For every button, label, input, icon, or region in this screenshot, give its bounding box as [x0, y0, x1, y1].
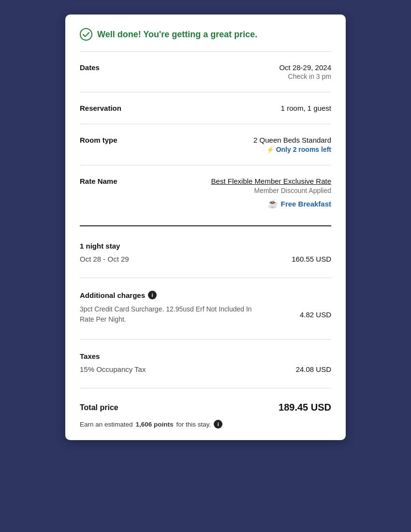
room-type-value: 2 Queen Beds Standard [253, 136, 331, 144]
free-breakfast-row: ☕ Free Breakfast [211, 198, 331, 209]
reservation-label: Reservation [80, 104, 133, 112]
divider-bold [80, 225, 331, 226]
reservation-value: 1 room, 1 guest [281, 104, 331, 112]
member-discount-text: Member Discount Applied [211, 187, 331, 194]
taxes-price-row: 15% Occupancy Tax 24.08 USD [80, 363, 331, 375]
divider-1 [80, 51, 331, 52]
total-amount: 189.45 USD [279, 402, 331, 413]
urgency-text: Only 2 rooms left [276, 146, 331, 153]
success-icon [80, 28, 92, 41]
points-suffix: for this stay. [176, 421, 211, 428]
stay-dates: Oct 28 - Oct 29 [80, 255, 129, 263]
stay-section: 1 night stay Oct 28 - Oct 29 160.55 USD [80, 236, 331, 271]
rate-name-row: Rate Name Best Flexible Member Exclusive… [80, 172, 331, 216]
lightning-icon: ⚡ [266, 146, 274, 153]
room-type-row: Room type 2 Queen Beds Standard ⚡ Only 2… [80, 131, 331, 158]
reservation-row: Reservation 1 room, 1 guest [80, 99, 331, 117]
additional-label: Additional charges [80, 291, 145, 299]
booking-summary-card: Well done! You're getting a great price.… [65, 15, 346, 440]
taxes-section: Taxes 15% Occupancy Tax 24.08 USD [80, 346, 331, 381]
success-banner: Well done! You're getting a great price. [80, 28, 331, 41]
taxes-label: Taxes [80, 352, 331, 360]
dates-row: Dates Oct 28-29, 2024 Check in 3 pm [80, 59, 331, 85]
divider-3 [80, 124, 331, 124]
additional-header: Additional charges i [80, 291, 331, 299]
divider-5 [80, 278, 331, 278]
rate-name-value[interactable]: Best Flexible Member Exclusive Rate [211, 177, 331, 185]
additional-desc: 3pct Credit Card Surcharge. 12.95usd Erf… [80, 304, 264, 325]
room-type-value-block: 2 Queen Beds Standard ⚡ Only 2 rooms lef… [253, 136, 331, 153]
total-price-row: Total price 189.45 USD [80, 395, 331, 416]
divider-6 [80, 339, 331, 340]
additional-price-row: 3pct Credit Card Surcharge. 12.95usd Erf… [80, 302, 331, 326]
divider-4 [80, 165, 331, 165]
points-info-icon[interactable]: i [214, 420, 222, 429]
rate-name-value-block: Best Flexible Member Exclusive Rate Memb… [211, 177, 331, 209]
additional-info-icon[interactable]: i [148, 291, 157, 299]
dates-value-block: Oct 28-29, 2024 Check in 3 pm [279, 63, 331, 80]
stay-amount: 160.55 USD [292, 255, 331, 263]
points-value: 1,606 points [136, 421, 174, 428]
total-label: Total price [80, 403, 118, 412]
points-prefix: Earn an estimated [80, 421, 133, 428]
success-message: Well done! You're getting a great price. [97, 30, 257, 40]
coffee-icon: ☕ [267, 198, 278, 209]
rate-name-label: Rate Name [80, 177, 133, 185]
stay-heading: 1 night stay [80, 242, 331, 250]
divider-2 [80, 92, 331, 92]
divider-7 [80, 388, 331, 388]
dates-label: Dates [80, 63, 133, 72]
free-breakfast-text: Free Breakfast [281, 200, 331, 208]
points-row: Earn an estimated 1,606 points for this … [80, 416, 331, 429]
additional-charges-section: Additional charges i 3pct Credit Card Su… [80, 285, 331, 332]
additional-amount: 4.82 USD [300, 310, 331, 319]
dates-value: Oct 28-29, 2024 [279, 63, 331, 72]
checkin-note: Check in 3 pm [279, 73, 331, 80]
urgency-notice: ⚡ Only 2 rooms left [253, 146, 331, 153]
stay-price-row: Oct 28 - Oct 29 160.55 USD [80, 253, 331, 265]
svg-point-0 [80, 29, 92, 40]
room-type-label: Room type [80, 136, 133, 144]
tax-desc: 15% Occupancy Tax [80, 365, 146, 373]
tax-amount: 24.08 USD [296, 365, 331, 373]
